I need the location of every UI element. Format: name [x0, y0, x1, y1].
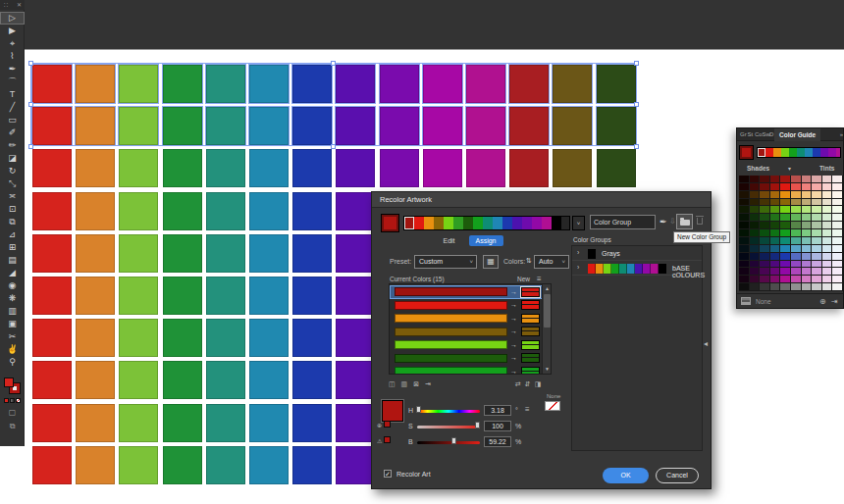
- strip-chip[interactable]: [473, 217, 483, 229]
- variation-swatch-r13-c6[interactable]: [791, 268, 801, 275]
- artwork-square-r4-c1[interactable]: [32, 192, 72, 230]
- variation-swatch-r15-c7[interactable]: [802, 283, 812, 290]
- active-color-swatch[interactable]: [382, 215, 398, 231]
- current-color-row-6[interactable]: →: [391, 352, 543, 364]
- strip-chip[interactable]: [434, 217, 444, 229]
- eraser-tool[interactable]: ◪: [0, 152, 25, 165]
- variation-swatch-r4-c1[interactable]: [739, 199, 749, 206]
- magic-wand-tool[interactable]: ⌖: [0, 37, 25, 50]
- guide-base-color-swatch[interactable]: [740, 146, 753, 159]
- artwork-square-r6-c2[interactable]: [76, 277, 115, 315]
- artwork-square-r1-c9[interactable]: [380, 65, 419, 103]
- variation-swatch-r6-c4[interactable]: [770, 214, 780, 221]
- variation-swatch-r14-c4[interactable]: [770, 276, 780, 282]
- artwork-square-r2-c9[interactable]: [380, 107, 419, 145]
- artwork-square-r2-c7[interactable]: [292, 107, 332, 145]
- variation-swatch-r12-c1[interactable]: [739, 261, 749, 268]
- group-swatch-chip[interactable]: [651, 264, 659, 274]
- variation-swatch-r7-c2[interactable]: [750, 222, 760, 228]
- variation-swatch-r15-c6[interactable]: [791, 283, 801, 290]
- shape-builder-tool[interactable]: ⧉: [0, 216, 25, 228]
- artwork-square-r1-c14[interactable]: [597, 65, 636, 103]
- free-transform-tool[interactable]: ⊡: [0, 203, 25, 216]
- artwork-square-r5-c8[interactable]: [336, 234, 375, 273]
- variation-swatch-r15-c2[interactable]: [750, 283, 760, 290]
- variation-swatch-r9-c7[interactable]: [802, 237, 812, 244]
- width-tool[interactable]: ≍: [0, 190, 25, 203]
- variation-swatch-r13-c3[interactable]: [760, 268, 769, 275]
- artwork-square-r10-c4[interactable]: [163, 446, 202, 484]
- variation-swatch-r9-c3[interactable]: [760, 237, 769, 244]
- selection-handle[interactable]: [331, 61, 336, 66]
- variation-swatch-r11-c3[interactable]: [760, 253, 769, 260]
- variation-swatch-r11-c4[interactable]: [770, 253, 780, 260]
- artwork-square-r9-c2[interactable]: [76, 404, 115, 442]
- variation-swatch-r10-c6[interactable]: [791, 245, 801, 252]
- variation-swatch-r3-c8[interactable]: [812, 191, 821, 198]
- variation-swatch-r1-c5[interactable]: [780, 176, 790, 182]
- artwork-square-r3-c10[interactable]: [423, 149, 462, 187]
- variation-swatch-r13-c7[interactable]: [802, 268, 812, 275]
- strip-chip[interactable]: [424, 217, 434, 229]
- variation-swatch-r5-c6[interactable]: [791, 206, 801, 213]
- tab-edit[interactable]: Edit: [437, 235, 460, 246]
- current-color-row-7[interactable]: →: [391, 366, 543, 376]
- screen-mode-icon[interactable]: ⧉: [0, 422, 25, 431]
- scale-tool[interactable]: ⤡: [0, 177, 25, 190]
- variation-swatch-r8-c3[interactable]: [760, 229, 769, 236]
- slice-tool[interactable]: ✂: [0, 330, 25, 343]
- brightness-slider[interactable]: [417, 441, 480, 444]
- artwork-square-r1-c10[interactable]: [423, 65, 462, 103]
- artwork-square-r1-c7[interactable]: [292, 65, 332, 103]
- artwork-square-r6-c5[interactable]: [206, 277, 245, 315]
- artwork-square-r10-c3[interactable]: [119, 446, 158, 484]
- variation-swatch-r9-c9[interactable]: [822, 237, 832, 244]
- scroll-thumb[interactable]: [544, 294, 551, 328]
- artwork-square-r2-c5[interactable]: [206, 107, 245, 145]
- group-swatch-chip[interactable]: [659, 264, 666, 274]
- artwork-square-r9-c3[interactable]: [119, 404, 158, 442]
- artwork-square-r7-c8[interactable]: [336, 319, 375, 357]
- guide-strip-chip[interactable]: [805, 148, 813, 157]
- guide-strip-chip[interactable]: [836, 148, 841, 157]
- artwork-square-r4-c3[interactable]: [119, 192, 158, 230]
- variation-swatch-r2-c7[interactable]: [802, 183, 812, 190]
- colors-dropdown[interactable]: Auto˅: [534, 255, 569, 269]
- artwork-square-r2-c6[interactable]: [249, 107, 289, 145]
- color-group-item-2[interactable]: ›bASE cOLOURS: [572, 261, 702, 276]
- artwork-square-r3-c8[interactable]: [336, 149, 375, 187]
- variation-swatch-r1-c3[interactable]: [760, 176, 769, 182]
- draw-mode-icon[interactable]: ▢: [0, 408, 25, 417]
- variation-swatch-r9-c6[interactable]: [791, 237, 801, 244]
- symbol-sprayer-tool[interactable]: ❋: [0, 292, 25, 305]
- artwork-square-r3-c6[interactable]: [249, 149, 289, 187]
- artwork-square-r9-c4[interactable]: [163, 404, 202, 442]
- variation-swatch-r4-c9[interactable]: [822, 199, 832, 206]
- saturation-slider[interactable]: [417, 426, 480, 428]
- artwork-square-r3-c9[interactable]: [380, 149, 419, 187]
- artwork-square-r4-c2[interactable]: [76, 192, 115, 230]
- color-group-item-1[interactable]: ›Grays: [572, 246, 702, 261]
- variation-swatch-r12-c3[interactable]: [760, 261, 769, 268]
- variation-swatch-r12-c10[interactable]: [832, 261, 842, 268]
- new-color-swatch[interactable]: [521, 300, 540, 310]
- new-color-group-button[interactable]: [676, 214, 693, 229]
- lasso-tool[interactable]: ⌇: [0, 50, 25, 63]
- variation-swatch-r3-c3[interactable]: [760, 191, 769, 198]
- variation-swatch-r8-c9[interactable]: [822, 229, 832, 236]
- perspective-grid-tool[interactable]: ⊿: [0, 228, 25, 241]
- artwork-square-r6-c7[interactable]: [292, 277, 332, 315]
- variation-swatch-r5-c8[interactable]: [812, 206, 821, 213]
- variation-swatch-r14-c10[interactable]: [832, 276, 842, 282]
- variation-swatch-r15-c4[interactable]: [770, 283, 780, 290]
- artwork-square-r2-c11[interactable]: [466, 107, 505, 145]
- pen-tool[interactable]: ✒: [0, 63, 25, 76]
- randomize-icons[interactable]: ⇄⇵◨: [515, 380, 545, 388]
- new-color-swatch[interactable]: [521, 340, 540, 350]
- variation-swatch-r9-c10[interactable]: [832, 237, 842, 244]
- variation-swatch-r12-c5[interactable]: [780, 261, 790, 268]
- cancel-button[interactable]: Cancel: [656, 468, 699, 483]
- guide-strip-chip[interactable]: [820, 148, 828, 157]
- guide-harmony-strip[interactable]: [757, 147, 841, 158]
- variation-swatch-r2-c4[interactable]: [770, 183, 780, 190]
